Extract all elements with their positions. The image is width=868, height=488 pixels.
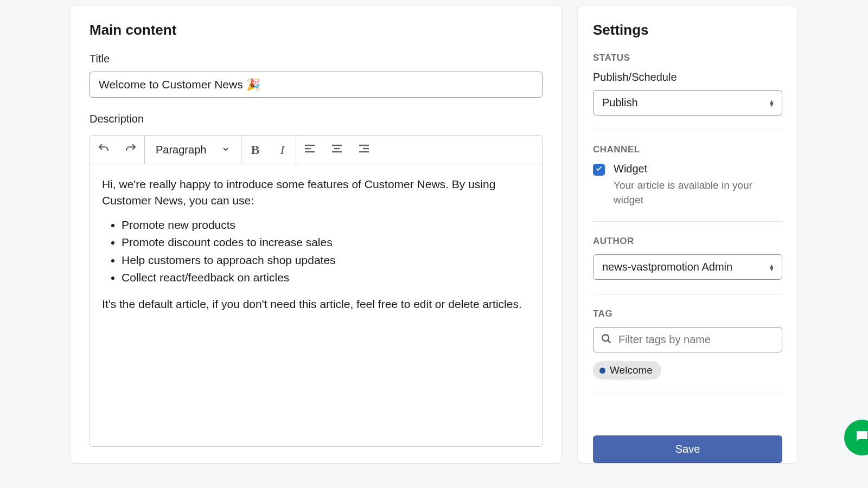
description-field-group: Description xyxy=(90,113,542,447)
italic-button[interactable]: I xyxy=(269,136,296,164)
editor-toolbar: Paragraph B I xyxy=(90,136,542,164)
search-icon xyxy=(601,333,612,347)
author-select-value: news-vastpromotion Admin xyxy=(602,261,732,273)
block-style-select[interactable]: Paragraph xyxy=(145,136,241,164)
status-select-value: Publish xyxy=(602,97,638,108)
channel-heading: CHANNEL xyxy=(593,144,782,155)
tag-chip[interactable]: Welcome xyxy=(593,361,661,380)
align-center-icon xyxy=(330,142,343,157)
tag-section: TAG Welcome xyxy=(593,309,782,394)
channel-section: CHANNEL Widget Your article is available… xyxy=(593,144,782,222)
undo-button[interactable] xyxy=(90,136,117,164)
select-caret-icon: ▲▼ xyxy=(769,100,775,106)
align-left-icon xyxy=(303,142,316,157)
editor-list-item: Promote new products xyxy=(122,217,530,233)
editor-list-item: Promote discount codes to increase sales xyxy=(122,234,530,251)
main-content-heading: Main content xyxy=(90,22,542,38)
align-right-icon xyxy=(358,142,371,157)
editor-list-item: Help customers to approach shop updates xyxy=(122,252,530,268)
status-label: Publish/Schedule xyxy=(593,71,782,84)
widget-checkbox-help: Your article is available in your widget xyxy=(614,178,782,207)
editor-paragraph: Hi, we're really happy to introduce some… xyxy=(102,176,530,209)
settings-card: Settings STATUS Publish/Schedule Publish… xyxy=(578,5,797,463)
select-caret-icon: ▲▼ xyxy=(769,264,775,271)
status-section: STATUS Publish/Schedule Publish ▲▼ xyxy=(593,53,782,130)
svg-point-9 xyxy=(602,335,609,341)
title-field-group: Title xyxy=(90,53,542,98)
settings-heading: Settings xyxy=(593,22,782,38)
save-button[interactable]: Save xyxy=(593,435,782,463)
author-section: AUTHOR news-vastpromotion Admin ▲▼ xyxy=(593,236,782,294)
author-heading: AUTHOR xyxy=(593,236,782,247)
editor-list-item: Collect react/feedback on articles xyxy=(122,269,530,286)
redo-icon xyxy=(124,142,137,157)
align-center-button[interactable] xyxy=(323,136,350,164)
widget-checkbox-label: Widget xyxy=(614,163,782,175)
title-label: Title xyxy=(90,53,542,65)
svg-line-10 xyxy=(608,340,611,343)
chevron-down-icon xyxy=(221,144,230,156)
title-input[interactable] xyxy=(90,72,542,98)
tag-chip-label: Welcome xyxy=(610,364,653,376)
italic-icon: I xyxy=(280,143,284,157)
editor-paragraph: It's the default article, if you don't n… xyxy=(102,296,530,312)
rich-text-editor: Paragraph B I xyxy=(90,135,542,447)
undo-icon xyxy=(97,142,110,157)
tag-dot-icon xyxy=(599,368,605,374)
editor-content[interactable]: Hi, we're really happy to introduce some… xyxy=(90,164,542,446)
align-left-button[interactable] xyxy=(296,136,323,164)
bold-button[interactable]: B xyxy=(241,136,269,164)
bold-icon: B xyxy=(251,143,259,157)
author-select[interactable]: news-vastpromotion Admin xyxy=(593,254,782,280)
chat-icon xyxy=(854,428,868,447)
check-icon xyxy=(595,165,603,175)
status-heading: STATUS xyxy=(593,53,782,63)
tag-filter-input[interactable] xyxy=(593,327,782,352)
main-content-card: Main content Title Description xyxy=(71,5,561,463)
description-label: Description xyxy=(90,113,542,125)
widget-checkbox[interactable] xyxy=(593,164,605,176)
status-select[interactable]: Publish xyxy=(593,90,782,115)
align-right-button[interactable] xyxy=(350,136,378,164)
tag-heading: TAG xyxy=(593,309,782,319)
redo-button[interactable] xyxy=(117,136,144,164)
block-style-value: Paragraph xyxy=(156,144,206,156)
